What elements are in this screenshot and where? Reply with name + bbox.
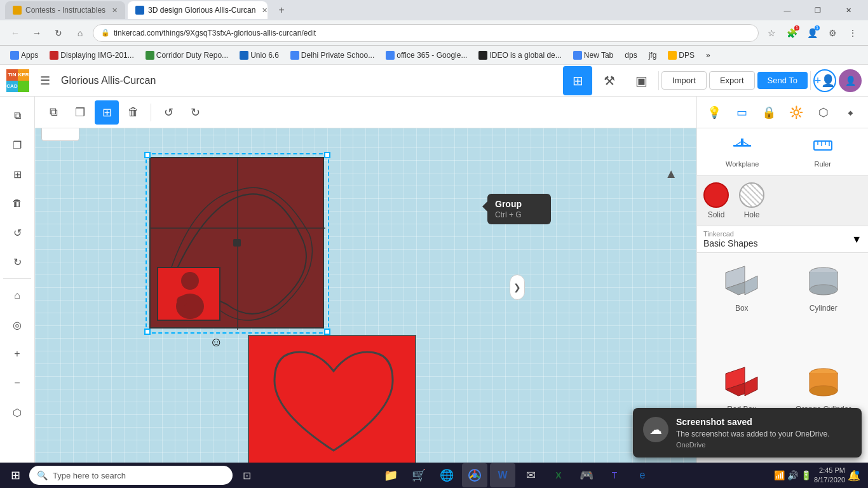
copy-button[interactable]: ⧉ <box>4 103 30 128</box>
lock-tool[interactable]: 🔒 <box>758 101 780 124</box>
tab-close-1[interactable]: ✕ <box>112 6 118 15</box>
bookmark-newtab[interactable]: New Tab <box>568 49 618 62</box>
solid-hole-section: Solid Hole <box>697 176 868 226</box>
bookmark-corridor[interactable]: Corridor Duty Repo... <box>140 49 233 62</box>
bookmark-star-icon[interactable]: ☆ <box>763 24 780 42</box>
menu-icon[interactable]: ⋮ <box>844 24 862 42</box>
up-arrow-button[interactable]: ▲ <box>665 166 677 181</box>
bookmark-office365[interactable]: office 365 - Google... <box>381 49 472 62</box>
battery-icon[interactable]: 🔋 <box>801 470 811 480</box>
canvas-area[interactable]: TOP <box>35 97 696 463</box>
group-objects-button[interactable]: ⊞ <box>4 161 30 187</box>
canvas-undo-btn[interactable]: ↺ <box>156 100 180 125</box>
new-tab-button[interactable]: + <box>273 1 290 19</box>
layers-button[interactable]: ▣ <box>627 66 656 95</box>
canvas-redo-btn[interactable]: ↻ <box>183 100 207 125</box>
home-button[interactable]: ⌂ <box>71 24 89 42</box>
light-tool[interactable]: 💡 <box>703 101 726 124</box>
main-design-block[interactable] <box>149 157 324 329</box>
volume-icon[interactable]: 🔊 <box>787 470 798 480</box>
list-view-button[interactable]: ⚒ <box>595 66 624 95</box>
bookmark-delhi[interactable]: Delhi Private Schoo... <box>285 49 379 62</box>
tinkercad-logo[interactable]: TIN KER CAD <box>6 69 29 92</box>
ruler-button[interactable]: Ruler <box>783 133 864 170</box>
taskbar-explorer[interactable]: 📁 <box>378 463 403 487</box>
task-view-button[interactable]: ⊡ <box>234 463 259 487</box>
home-view-button[interactable]: ⌂ <box>4 283 30 308</box>
zoom-out-button[interactable]: − <box>4 370 30 396</box>
align-tool[interactable]: ⬡ <box>812 101 834 124</box>
taskbar-game[interactable]: 🎮 <box>574 463 599 487</box>
shape-box[interactable]: Box <box>703 259 780 355</box>
forward-button[interactable]: → <box>28 24 46 42</box>
settings-icon[interactable]: ⚙ <box>824 24 841 42</box>
hole-option[interactable]: Hole <box>739 182 764 219</box>
tab-close-2[interactable]: ✕ <box>262 6 268 15</box>
undo-button[interactable]: ↺ <box>4 220 30 245</box>
taskbar-edge[interactable]: 🌐 <box>434 463 459 487</box>
duplicate-button[interactable]: ❐ <box>4 132 30 158</box>
bookmark-dps2[interactable]: DPS <box>663 49 700 62</box>
redo-button[interactable]: ↻ <box>4 249 30 274</box>
canvas-delete-btn[interactable]: 🗑 <box>121 100 146 125</box>
taskbar-mail[interactable]: ✉ <box>518 463 543 487</box>
import-button[interactable]: Import <box>661 71 707 90</box>
taskbar-excel[interactable]: X <box>546 463 571 487</box>
profile-icon[interactable]: 👤 1 <box>803 24 821 42</box>
refresh-button[interactable]: ↻ <box>50 24 67 42</box>
tab-tinkercad[interactable]: 3D design Glorious Allis-Curcan ✕ <box>128 1 268 19</box>
shape-cylinder[interactable]: Cylinder <box>785 259 862 355</box>
zoom-in-button[interactable]: + <box>4 341 30 367</box>
add-user-button[interactable]: +👤 <box>813 69 836 92</box>
network-icon[interactable]: 📶 <box>774 470 785 480</box>
taskbar-ie[interactable]: e <box>630 463 655 487</box>
solid-option[interactable]: Solid <box>703 182 729 219</box>
bookmark-img[interactable]: Displaying IMG-201... <box>44 49 139 62</box>
taskbar-word[interactable]: W <box>490 463 515 487</box>
export-button[interactable]: Export <box>709 71 755 90</box>
orbit-button[interactable]: ◎ <box>4 312 30 337</box>
minimize-button[interactable]: — <box>773 1 802 19</box>
small-red-block[interactable] <box>157 267 220 321</box>
bookmark-jfg[interactable]: jfg <box>644 49 662 62</box>
bookmark-dps1[interactable]: dps <box>620 49 642 62</box>
workplane-button[interactable]: Workplane <box>702 133 783 170</box>
delete-button[interactable]: 🗑 <box>4 191 30 216</box>
bulb-tool[interactable]: 🔆 <box>785 101 807 124</box>
tab-instructables[interactable]: Contests - Instructables ✕ <box>5 1 125 19</box>
taskbar-teams[interactable]: T <box>602 463 627 487</box>
close-button[interactable]: ✕ <box>834 1 863 19</box>
bookmark-more[interactable]: » <box>701 49 715 62</box>
canvas-dup-btn[interactable]: ❐ <box>68 100 92 125</box>
taskbar-store[interactable]: 🛒 <box>406 463 431 487</box>
user-avatar[interactable]: 👤 <box>839 69 862 92</box>
group-tool[interactable]: ▭ <box>731 101 753 124</box>
taskbar-chrome[interactable] <box>462 463 487 487</box>
canvas-group-btn[interactable]: ⊞ <box>95 100 119 125</box>
clock[interactable]: 2:45 PM 8/17/2020 <box>814 466 845 485</box>
extension-badge: 1 <box>794 25 799 30</box>
canvas-copy-btn[interactable]: ⧉ <box>41 100 65 125</box>
shapes-dropdown-button[interactable]: ▼ <box>851 234 862 245</box>
bookmark-ideo[interactable]: IDEO is a global de... <box>473 49 566 62</box>
panel-expand-button[interactable]: ❯ <box>510 274 525 300</box>
taskbar-search[interactable]: 🔍 Type here to search <box>29 466 233 485</box>
cylinder-thumbnail <box>798 263 849 301</box>
back-button[interactable]: ← <box>6 24 24 42</box>
maximize-button[interactable]: ❐ <box>803 1 832 19</box>
send-to-button[interactable]: Send To <box>757 72 808 89</box>
bookmark-apps[interactable]: Apps <box>5 49 43 62</box>
mirror-tool[interactable]: ⬥ <box>839 101 862 124</box>
menu-toggle-icon[interactable]: ☰ <box>36 71 55 90</box>
design-objects[interactable]: ☺ <box>149 157 394 398</box>
extensions-icon[interactable]: 🧩 1 <box>783 24 801 42</box>
grid-view-button[interactable]: ⊞ <box>563 66 592 95</box>
bookmark-label-o365: office 365 - Google... <box>397 51 467 60</box>
start-button[interactable]: ⊞ <box>3 463 28 487</box>
header-actions: ⊞ ⚒ ▣ Import Export Send To +👤 👤 <box>563 66 862 95</box>
bottom-red-block[interactable] <box>248 335 416 463</box>
bookmark-unio[interactable]: Unio 6.6 <box>234 49 284 62</box>
notification-center[interactable]: 🔔 <box>848 470 860 482</box>
fit-button[interactable]: ⬡ <box>4 400 30 425</box>
url-input[interactable]: 🔒 tinkercad.com/things/9XgsqT3sfxA-glori… <box>93 24 759 42</box>
